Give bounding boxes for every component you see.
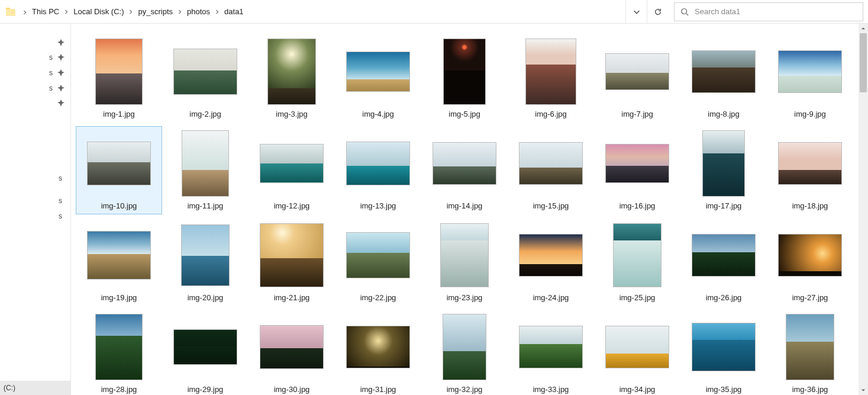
file-item[interactable]: img-11.jpg	[162, 126, 249, 214]
chevron-down-icon	[633, 8, 641, 16]
breadcrumb[interactable]: This PCLocal Disk (C:)py_scriptsphotosda…	[28, 0, 625, 23]
file-item[interactable]: img-7.jpg	[594, 34, 680, 123]
file-item[interactable]: img-22.jpg	[335, 218, 421, 306]
file-item[interactable]: img-31.jpg	[335, 310, 421, 395]
file-item[interactable]: img-24.jpg	[508, 218, 594, 306]
file-item[interactable]: img-12.jpg	[249, 126, 335, 214]
sidebar-item-label: s	[59, 174, 62, 182]
file-item[interactable]: img-28.jpg	[76, 310, 162, 395]
file-item[interactable]: img-3.jpg	[249, 34, 335, 123]
scroll-up-button[interactable]	[859, 24, 868, 33]
file-item[interactable]: img-19.jpg	[76, 218, 162, 306]
file-label: img-20.jpg	[188, 293, 224, 302]
file-item[interactable]: img-14.jpg	[421, 126, 508, 214]
file-item[interactable]: img-15.jpg	[508, 126, 594, 214]
file-thumbnail	[786, 313, 834, 381]
file-item[interactable]: img-6.jpg	[508, 34, 594, 123]
sidebar-bottom-item[interactable]: (C:)	[0, 381, 70, 395]
sidebar-item[interactable]	[0, 163, 70, 171]
file-label: img-10.jpg	[101, 201, 137, 210]
scroll-thumb[interactable]	[860, 33, 867, 92]
file-thumbnail	[605, 313, 669, 381]
search-input[interactable]	[695, 7, 857, 16]
file-item[interactable]: img-36.jpg	[767, 310, 853, 395]
sidebar-pinned-item[interactable]	[0, 36, 70, 50]
file-thumbnail	[519, 221, 583, 290]
refresh-button[interactable]	[647, 0, 668, 24]
file-item[interactable]: img-1.jpg	[76, 34, 162, 123]
file-item[interactable]: img-29.jpg	[162, 310, 249, 395]
file-thumbnail	[260, 221, 324, 290]
chevron-right-icon	[21, 7, 28, 17]
file-item[interactable]: img-34.jpg	[594, 310, 680, 395]
file-thumbnail	[778, 221, 842, 290]
sidebar-item[interactable]: s	[0, 193, 70, 208]
chevron-right-icon	[127, 7, 134, 16]
file-label: img-31.jpg	[360, 385, 396, 394]
file-item[interactable]: img-13.jpg	[335, 126, 421, 214]
file-item[interactable]: img-4.jpg	[335, 34, 421, 123]
sidebar-pinned-item[interactable]: s	[0, 50, 70, 65]
pin-icon	[57, 39, 64, 46]
file-label: img-35.jpg	[706, 385, 742, 394]
sidebar-item-label: s	[59, 212, 62, 220]
chevron-right-icon	[176, 7, 183, 16]
file-item[interactable]: img-26.jpg	[680, 218, 767, 306]
file-item[interactable]: img-2.jpg	[162, 34, 249, 123]
breadcrumb-segment[interactable]: photos	[183, 7, 214, 16]
scroll-down-button[interactable]	[859, 386, 868, 395]
file-thumbnail	[87, 129, 151, 198]
file-item[interactable]: img-33.jpg	[508, 310, 594, 395]
file-thumbnail	[525, 37, 576, 106]
breadcrumb-segment[interactable]: Local Disk (C:)	[70, 7, 127, 16]
file-item[interactable]: img-27.jpg	[767, 218, 853, 306]
file-item[interactable]: img-10.jpg	[76, 126, 162, 214]
file-label: img-17.jpg	[706, 201, 742, 210]
file-label: img-33.jpg	[533, 385, 569, 394]
breadcrumb-segment[interactable]: py_scripts	[134, 7, 176, 16]
pin-icon	[57, 54, 64, 61]
file-label: img-5.jpg	[448, 110, 480, 118]
file-label: img-36.jpg	[792, 385, 828, 394]
file-thumbnail	[692, 221, 756, 290]
file-thumbnail	[778, 37, 842, 106]
file-item[interactable]: img-21.jpg	[249, 218, 335, 306]
file-label: img-29.jpg	[188, 385, 224, 394]
vertical-scrollbar[interactable]	[859, 24, 868, 395]
file-item[interactable]: img-18.jpg	[767, 126, 853, 214]
file-item[interactable]: img-32.jpg	[421, 310, 508, 395]
file-item[interactable]: img-16.jpg	[594, 126, 680, 214]
file-label: img-25.jpg	[619, 293, 656, 302]
sidebar-pinned-item[interactable]: s	[0, 81, 70, 96]
sidebar-pinned-item[interactable]: s	[0, 65, 70, 81]
folder-icon	[6, 8, 15, 16]
file-label: img-11.jpg	[188, 201, 224, 210]
file-item[interactable]: img-35.jpg	[680, 310, 767, 395]
sidebar-item[interactable]: s	[0, 171, 70, 186]
sidebar-pinned-item[interactable]	[0, 96, 70, 110]
file-label: img-9.jpg	[794, 110, 825, 118]
sidebar-item[interactable]: s	[0, 208, 70, 224]
file-label: img-19.jpg	[101, 293, 137, 302]
file-item[interactable]: img-30.jpg	[249, 310, 335, 395]
breadcrumb-segment[interactable]: data1	[221, 7, 247, 16]
file-item[interactable]: img-5.jpg	[421, 34, 508, 123]
search-box[interactable]	[674, 2, 863, 21]
pin-icon	[57, 85, 64, 92]
file-thumbnail	[440, 221, 489, 290]
file-item[interactable]: img-17.jpg	[680, 126, 767, 214]
file-label: img-13.jpg	[360, 201, 396, 210]
file-item[interactable]: img-20.jpg	[162, 218, 249, 306]
file-thumbnail	[346, 221, 410, 290]
file-label: img-4.jpg	[362, 110, 393, 118]
file-item[interactable]: img-23.jpg	[421, 218, 508, 306]
file-thumbnail	[702, 129, 745, 198]
sidebar-item[interactable]	[0, 186, 70, 193]
file-label: img-12.jpg	[274, 201, 310, 210]
file-item[interactable]: img-25.jpg	[594, 218, 680, 306]
file-item[interactable]: img-8.jpg	[680, 34, 767, 123]
path-dropdown-button[interactable]	[625, 0, 647, 24]
file-item[interactable]: img-9.jpg	[767, 34, 853, 123]
breadcrumb-segment[interactable]: This PC	[28, 7, 63, 16]
refresh-icon	[654, 8, 662, 16]
